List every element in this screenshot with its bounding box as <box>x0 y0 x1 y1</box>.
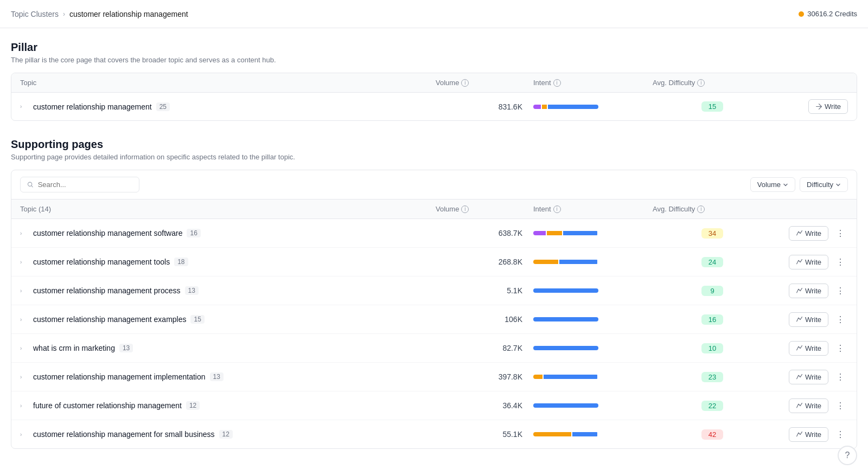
volume-info-icon[interactable]: i <box>461 79 469 87</box>
difficulty-filter-button[interactable]: Difficulty <box>800 177 848 192</box>
write-button[interactable]: Write <box>789 341 828 356</box>
header: Topic Clusters › customer relationship m… <box>0 0 868 28</box>
more-options-button[interactable]: ⋮ <box>833 369 848 384</box>
volume-cell: 82.7K <box>436 344 533 352</box>
intent-segment <box>547 231 563 235</box>
table-row: › customer relationship management proce… <box>11 276 857 305</box>
pillar-intent-bar <box>533 105 598 109</box>
write-button[interactable]: Write <box>789 427 828 442</box>
supporting-difficulty-info-icon[interactable]: i <box>697 205 705 213</box>
supporting-controls: Volume Difficulty <box>11 170 857 200</box>
expand-icon[interactable]: › <box>20 259 29 265</box>
write-icon <box>796 374 803 381</box>
pillar-write-button[interactable]: Write <box>808 99 848 114</box>
intent-segment-transactional <box>542 105 547 109</box>
intent-cell <box>533 260 653 264</box>
more-options-button[interactable]: ⋮ <box>833 398 848 413</box>
write-button[interactable]: Write <box>789 370 828 384</box>
actions-cell: Write ⋮ <box>772 254 848 269</box>
topic-cell: › future of customer relationship manage… <box>20 401 436 410</box>
difficulty-cell: 22 <box>653 401 772 411</box>
write-icon <box>815 103 822 110</box>
pillar-title: Pillar <box>11 41 857 54</box>
topic-name: customer relationship management example… <box>33 315 186 324</box>
more-options-button[interactable]: ⋮ <box>833 312 848 327</box>
topic-badge: 18 <box>174 258 188 266</box>
supporting-header-intent: Intent i <box>533 205 653 213</box>
table-row: › customer relationship management for s… <box>11 420 857 448</box>
table-row: › what is crm in marketing 13 82.7K 10 W… <box>11 334 857 363</box>
supporting-volume-info-icon[interactable]: i <box>461 205 469 213</box>
difficulty-cell: 34 <box>653 228 772 239</box>
expand-icon[interactable]: › <box>20 403 29 409</box>
help-button[interactable]: ? <box>838 446 857 465</box>
expand-icon[interactable]: › <box>20 230 29 236</box>
difficulty-badge: 16 <box>701 314 723 325</box>
pillar-header-intent: Intent i <box>533 79 653 87</box>
volume-filter-button[interactable]: Volume <box>750 177 795 192</box>
supporting-rows: › customer relationship management softw… <box>11 219 857 448</box>
more-options-button[interactable]: ⋮ <box>833 340 848 356</box>
difficulty-cell: 42 <box>653 429 772 440</box>
write-button[interactable]: Write <box>789 312 828 327</box>
filter-controls: Volume Difficulty <box>750 177 848 192</box>
difficulty-info-icon[interactable]: i <box>697 79 705 87</box>
pillar-header-volume: Volume i <box>436 79 533 87</box>
pillar-table-header: Topic Volume i Intent i Avg. Difficulty … <box>11 73 857 93</box>
supporting-table-header: Topic (14) Volume i Intent i Avg. Diffic… <box>11 200 857 219</box>
topic-name: customer relationship management impleme… <box>33 372 206 381</box>
topic-cell: › customer relationship management for s… <box>20 430 436 439</box>
write-button[interactable]: Write <box>789 284 828 298</box>
breadcrumb-separator: › <box>63 10 65 18</box>
difficulty-badge: 42 <box>701 429 723 440</box>
search-icon <box>27 181 34 188</box>
intent-segment-informational <box>548 105 598 109</box>
expand-icon[interactable]: › <box>20 432 29 438</box>
expand-icon[interactable]: › <box>20 317 29 323</box>
topic-cell: › customer relationship management tools… <box>20 258 436 266</box>
actions-cell: Write ⋮ <box>772 283 848 298</box>
intent-info-icon[interactable]: i <box>553 79 561 87</box>
more-options-button[interactable]: ⋮ <box>833 254 848 269</box>
supporting-header-difficulty: Avg. Difficulty i <box>653 205 772 213</box>
supporting-header-actions <box>772 205 848 213</box>
intent-bar <box>533 403 598 408</box>
difficulty-cell: 23 <box>653 372 772 382</box>
pillar-row: › customer relationship management 25 83… <box>11 93 857 120</box>
topic-badge: 16 <box>187 229 200 237</box>
search-input[interactable] <box>38 181 132 189</box>
intent-segment <box>533 231 546 235</box>
write-button[interactable]: Write <box>789 255 828 269</box>
topic-badge: 13 <box>185 286 199 295</box>
pillar-topic-name: customer relationship management <box>33 102 152 111</box>
expand-icon[interactable]: › <box>20 104 29 110</box>
search-box[interactable] <box>20 177 139 192</box>
table-row: › customer relationship management softw… <box>11 219 857 248</box>
intent-segment <box>533 432 571 436</box>
difficulty-badge: 10 <box>701 343 723 353</box>
intent-segment <box>563 231 597 235</box>
pillar-table: Topic Volume i Intent i Avg. Difficulty … <box>11 73 857 121</box>
supporting-header-volume: Volume i <box>436 205 533 213</box>
breadcrumb-root[interactable]: Topic Clusters <box>11 10 59 18</box>
difficulty-cell: 24 <box>653 257 772 267</box>
write-button[interactable]: Write <box>789 398 828 413</box>
chevron-down-icon-2 <box>835 182 841 188</box>
more-options-button[interactable]: ⋮ <box>833 283 848 298</box>
expand-icon[interactable]: › <box>20 288 29 294</box>
more-options-button[interactable]: ⋮ <box>833 427 848 442</box>
expand-icon[interactable]: › <box>20 345 29 351</box>
difficulty-badge: 22 <box>701 401 723 411</box>
intent-segment <box>544 375 597 379</box>
expand-icon[interactable]: › <box>20 374 29 380</box>
supporting-intent-info-icon[interactable]: i <box>553 205 561 213</box>
topic-badge: 13 <box>210 372 224 381</box>
intent-segment <box>533 346 598 350</box>
actions-cell: Write ⋮ <box>772 226 848 241</box>
pillar-difficulty-cell: 15 <box>653 101 772 112</box>
intent-cell <box>533 375 653 379</box>
intent-bar <box>533 317 598 321</box>
more-options-button[interactable]: ⋮ <box>833 226 848 241</box>
write-button[interactable]: Write <box>789 226 828 241</box>
topic-name: customer relationship management for sma… <box>33 430 215 439</box>
